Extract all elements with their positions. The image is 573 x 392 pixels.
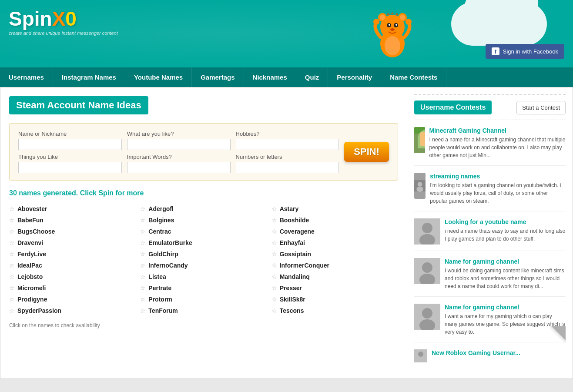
svg-rect-15 (419, 134, 425, 147)
list-item[interactable]: ☆Listea (140, 272, 267, 281)
nav-personality[interactable]: Personality (328, 67, 381, 87)
name-input[interactable] (18, 139, 122, 150)
svg-point-23 (416, 187, 423, 192)
words-input[interactable] (127, 162, 231, 173)
list-item[interactable]: ☆Pertrate (140, 283, 267, 293)
list-item[interactable]: ☆Astary (271, 204, 398, 214)
list-item[interactable]: ☆Lejobsto (9, 272, 136, 281)
youtube-thumbnail (414, 218, 440, 245)
contest-item-minecraft: Minecraft Gaming Channel I need a name f… (414, 127, 566, 166)
spin-button[interactable]: SPIN! (344, 142, 389, 162)
numbers-input[interactable] (236, 162, 339, 173)
svg-point-5 (400, 15, 405, 20)
list-item[interactable]: ☆Adergofl (140, 204, 267, 214)
star-icon: ☆ (271, 262, 277, 269)
star-icon: ☆ (140, 273, 146, 280)
star-icon: ☆ (140, 307, 146, 314)
nav-name-contests[interactable]: Name Contests (381, 67, 446, 87)
contest-title-minecraft[interactable]: Minecraft Gaming Channel (429, 127, 566, 134)
contest-title-streaming[interactable]: streaming names (430, 173, 566, 180)
star-icon: ☆ (9, 285, 15, 291)
contest-item-youtube: Looking for a youtube name i need a name… (414, 218, 566, 251)
list-item[interactable]: ☆Coveragene (271, 227, 398, 236)
list-item[interactable]: ☆Presser (271, 283, 398, 293)
mascot-icon (369, 0, 416, 59)
list-item[interactable]: ☆InformerConquer (271, 261, 398, 270)
logo-o: 0 (65, 7, 77, 30)
list-item[interactable]: ☆SkillSk8r (271, 295, 398, 304)
list-item[interactable]: ☆Prodigyne (9, 295, 136, 304)
hobbies-input[interactable] (236, 139, 339, 150)
list-item[interactable]: ☆Dravenvi (9, 238, 136, 248)
contest-title-gaming1[interactable]: Name for gaming channel (445, 258, 566, 265)
star-icon: ☆ (271, 251, 277, 258)
contest-item-roblox: New Roblox Gaming Usernar... (414, 349, 566, 365)
svg-rect-18 (423, 142, 425, 147)
contest-item-gaming2: Name for gaming channel I want a name fo… (414, 304, 566, 342)
nav-youtube[interactable]: Youtube Names (125, 67, 192, 87)
star-icon: ☆ (140, 251, 146, 258)
things-field-wrapper: Things you Like (18, 154, 122, 173)
list-item[interactable]: ☆Bolgines (140, 215, 267, 225)
list-item[interactable]: ☆EmulatorBurke (140, 238, 267, 248)
star-icon: ☆ (271, 296, 277, 303)
svg-point-22 (418, 182, 422, 186)
logo-x: X (52, 7, 66, 30)
contest-info-roblox: New Roblox Gaming Usernar... (432, 349, 520, 358)
star-icon: ☆ (140, 239, 146, 246)
star-icon: ☆ (271, 205, 277, 212)
nav-quiz[interactable]: Quiz (296, 67, 328, 87)
list-item[interactable]: ☆GoldChirp (140, 249, 267, 259)
list-item[interactable]: ☆Mandalinq (271, 272, 398, 281)
like-input[interactable] (127, 139, 231, 150)
star-icon: ☆ (271, 228, 277, 235)
contest-info-gaming2: Name for gaming channel I want a name fo… (445, 304, 566, 336)
list-item[interactable]: ☆Centrac (140, 227, 267, 236)
contest-title-roblox[interactable]: New Roblox Gaming Usernar... (432, 349, 520, 356)
star-icon: ☆ (9, 307, 15, 314)
gaming2-thumbnail (414, 304, 440, 330)
list-item[interactable]: ☆Protorm (140, 295, 267, 304)
list-item[interactable]: ☆Micromeli (9, 283, 136, 293)
page-curl (550, 326, 566, 342)
nav-usernames[interactable]: Usernames (0, 67, 53, 87)
list-item[interactable]: ☆InfernoCandy (140, 261, 267, 270)
list-item[interactable]: ☆FerdyLive (9, 249, 136, 259)
svg-rect-16 (421, 136, 425, 141)
nav-gamertags[interactable]: Gamertags (192, 67, 244, 87)
list-item[interactable]: ☆Gossiptain (271, 249, 398, 259)
left-content: Steam Account Name Ideas Name or Nicknam… (0, 87, 407, 379)
header: SpinX0 create and share unique instant m… (0, 0, 573, 67)
list-item[interactable]: ☆Tescons (271, 306, 398, 315)
svg-point-34 (418, 352, 423, 357)
list-item[interactable]: ☆Enhayfai (271, 238, 398, 248)
list-item[interactable]: ☆IdealPac (9, 261, 136, 270)
name-field-wrapper: Name or Nickname (18, 131, 122, 150)
nav-nicknames[interactable]: Nicknames (244, 67, 296, 87)
list-item[interactable]: ☆Abovester (9, 204, 136, 214)
list-item[interactable]: ☆BugsChoose (9, 227, 136, 236)
list-item[interactable]: ☆BabeFun (9, 215, 136, 225)
star-icon: ☆ (9, 217, 15, 224)
star-icon: ☆ (140, 262, 146, 269)
streaming-thumb-image (414, 173, 426, 199)
minecraft-thumb-image (414, 127, 425, 153)
contest-title-gaming2[interactable]: Name for gaming channel (445, 304, 566, 311)
star-icon: ☆ (140, 228, 146, 235)
names-count: 30 names generated. Click Spin for more (9, 189, 398, 197)
start-contest-button[interactable]: Start a Contest (516, 101, 566, 114)
nav-instagram[interactable]: Instagram Names (53, 67, 125, 87)
things-input[interactable] (18, 162, 122, 173)
facebook-icon: f (492, 47, 499, 55)
minecraft-thumbnail (414, 127, 425, 153)
gaming1-thumbnail (414, 258, 440, 284)
list-item[interactable]: ☆SpyderPassion (9, 306, 136, 315)
logo-spin: Spin (9, 7, 52, 30)
list-item[interactable]: ☆Booshilde (271, 215, 398, 225)
roblox-thumbnail (414, 349, 427, 362)
facebook-signin-button[interactable]: f Sign in with Facebook (486, 44, 564, 59)
contest-title-youtube[interactable]: Looking for a youtube name (445, 218, 566, 225)
person-icon-svg (414, 218, 440, 245)
contest-info-youtube: Looking for a youtube name i need a name… (445, 218, 566, 245)
list-item[interactable]: ☆TenForum (140, 306, 267, 315)
